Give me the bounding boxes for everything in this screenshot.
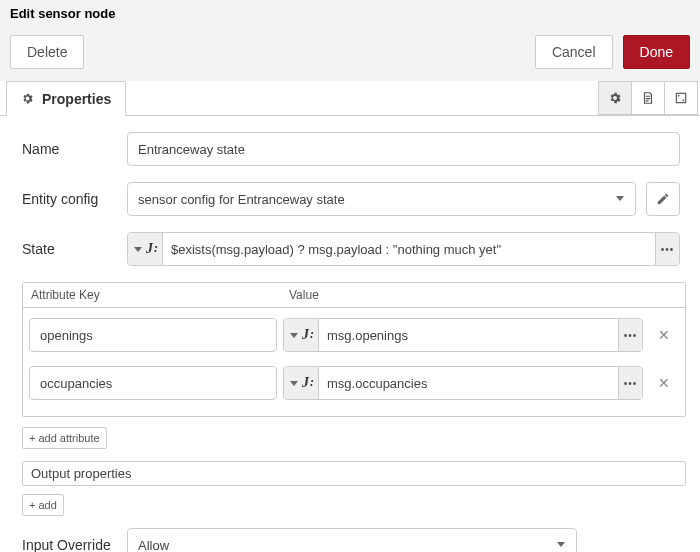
attribute-remove-button[interactable]: ✕: [649, 368, 679, 398]
box-icon: [674, 91, 688, 105]
column-attribute-key: Attribute Key: [23, 283, 281, 307]
svg-point-2: [682, 99, 684, 101]
done-button[interactable]: Done: [623, 35, 690, 69]
add-attribute-button[interactable]: + add attribute: [22, 427, 107, 449]
pencil-icon: [656, 192, 670, 206]
close-icon: ✕: [658, 375, 670, 391]
cancel-button[interactable]: Cancel: [535, 35, 613, 69]
chevron-down-icon: [290, 381, 298, 386]
name-label: Name: [22, 141, 117, 157]
attributes-table: Attribute Key Value J ••• ✕: [22, 282, 686, 417]
tab-label: Properties: [42, 91, 111, 107]
jsonata-icon: J: [302, 375, 312, 391]
entity-config-label: Entity config: [22, 191, 117, 207]
tab-settings-icon-button[interactable]: [598, 81, 632, 115]
attribute-value-input[interactable]: [319, 319, 618, 351]
plus-icon: +: [29, 432, 35, 444]
delete-button[interactable]: Delete: [10, 35, 84, 69]
column-value: Value: [281, 283, 327, 307]
tab-properties[interactable]: Properties: [6, 81, 126, 116]
state-label: State: [22, 241, 117, 257]
plus-icon: +: [29, 499, 35, 511]
svg-point-1: [678, 95, 680, 97]
jsonata-icon: J: [146, 241, 156, 257]
add-output-label: add: [38, 499, 56, 511]
attribute-value-type-selector[interactable]: J: [284, 367, 319, 399]
attribute-value-input[interactable]: [319, 367, 618, 399]
attribute-key-input[interactable]: [29, 366, 277, 400]
ellipsis-icon: •••: [624, 378, 638, 389]
svg-rect-0: [676, 93, 685, 102]
attribute-value-type-selector[interactable]: J: [284, 319, 319, 351]
ellipsis-icon: •••: [661, 244, 675, 255]
attribute-value-expand[interactable]: •••: [618, 319, 642, 351]
ellipsis-icon: •••: [624, 330, 638, 341]
state-expand-button[interactable]: •••: [655, 233, 679, 265]
add-attribute-label: add attribute: [38, 432, 99, 444]
chevron-down-icon: [290, 333, 298, 338]
gear-icon: [608, 91, 622, 105]
add-output-button[interactable]: + add: [22, 494, 64, 516]
entity-config-select[interactable]: sensor config for Entranceway state: [127, 182, 636, 216]
attribute-key-input[interactable]: [29, 318, 277, 352]
jsonata-icon: J: [302, 327, 312, 343]
state-type-selector[interactable]: J: [128, 233, 163, 265]
state-input[interactable]: [163, 233, 655, 265]
output-properties-box: Output properties: [22, 461, 686, 486]
document-icon: [641, 91, 655, 105]
dialog-title: Edit sensor node: [10, 0, 690, 25]
edit-entity-button[interactable]: [646, 182, 680, 216]
tab-appearance-icon-button[interactable]: [664, 81, 698, 115]
attribute-row: J ••• ✕: [27, 366, 681, 400]
name-input[interactable]: [127, 132, 680, 166]
gear-icon: [21, 92, 34, 105]
attribute-row: J ••• ✕: [27, 318, 681, 352]
input-override-label: Input Override: [22, 537, 117, 552]
input-override-select[interactable]: Allow: [127, 528, 577, 552]
close-icon: ✕: [658, 327, 670, 343]
attribute-value-expand[interactable]: •••: [618, 367, 642, 399]
attribute-remove-button[interactable]: ✕: [649, 320, 679, 350]
tab-description-icon-button[interactable]: [631, 81, 665, 115]
chevron-down-icon: [134, 247, 142, 252]
